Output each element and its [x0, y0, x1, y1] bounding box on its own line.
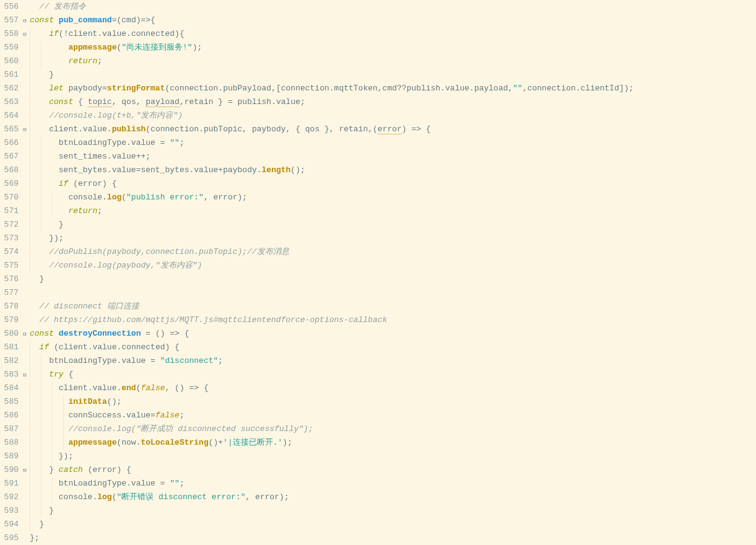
- code-line[interactable]: }: [30, 218, 756, 232]
- code-line[interactable]: [30, 286, 756, 300]
- indent-guide: [30, 463, 30, 477]
- fold-toggle-icon[interactable]: ⊟: [22, 328, 28, 341]
- code-line[interactable]: btnLoadingType.value = "";: [30, 136, 756, 150]
- token-call: appmessage: [68, 438, 116, 447]
- token-prop: value: [102, 29, 126, 38]
- line-number: 566: [0, 136, 19, 150]
- fold-toggle-icon[interactable]: ⊟: [22, 368, 28, 382]
- fold-toggle-icon[interactable]: ⊟: [22, 464, 28, 477]
- code-line[interactable]: //console.log("断开成功 disconnected success…: [30, 422, 756, 436]
- token-var: btnLoadingType: [49, 356, 116, 365]
- token-plain: [30, 97, 49, 107]
- token-string: "": [513, 84, 523, 93]
- fold-toggle-icon[interactable]: ⊟: [22, 14, 28, 28]
- code-line[interactable]: console.log("publish error:", error);: [30, 191, 756, 204]
- code-line[interactable]: // https://github.com/mqttjs/MQTT.js#mqt…: [30, 313, 756, 327]
- fold-gutter-cell: [21, 232, 28, 245]
- token-var: retain: [339, 124, 368, 134]
- code-line[interactable]: return;: [30, 54, 756, 68]
- line-number: 576: [0, 272, 19, 286]
- code-line[interactable]: if(!client.value.connected){: [30, 27, 756, 41]
- code-line[interactable]: const { topic, qos, payload,retain } = p…: [30, 95, 756, 109]
- fold-gutter-cell: [21, 82, 28, 95]
- code-line[interactable]: const destroyConnection = () => {: [30, 327, 756, 341]
- code-line[interactable]: connSuccess.value=false;: [30, 409, 756, 422]
- code-line[interactable]: try {: [30, 368, 756, 381]
- fold-gutter-cell: [21, 218, 28, 232]
- code-line[interactable]: client.value.publish(connection.pubTopic…: [30, 123, 756, 136]
- token-var: retain: [185, 97, 214, 107]
- code-line[interactable]: });: [30, 450, 756, 463]
- code-line[interactable]: } catch (error) {: [30, 463, 756, 477]
- code-line[interactable]: appmessage("尚未连接到服务!");: [30, 41, 756, 54]
- code-line[interactable]: client.value.end(false, () => {: [30, 381, 756, 395]
- code-line[interactable]: sent_bytes.value=sent_bytes.value+paybod…: [30, 164, 756, 177]
- token-var: client: [49, 124, 78, 134]
- token-prop: value: [126, 411, 150, 420]
- token-warn: error: [378, 124, 402, 134]
- token-var: connection: [170, 84, 218, 93]
- code-editor[interactable]: 5565575585595605615625635645655665675685…: [0, 0, 756, 545]
- token-var: client: [59, 342, 88, 352]
- token-punct: ): [136, 15, 141, 25]
- line-number: 577: [0, 286, 19, 300]
- code-line[interactable]: }: [30, 518, 756, 531]
- code-line[interactable]: btnLoadingType.value = "disconnect";: [30, 354, 756, 368]
- indent-guide: [52, 422, 53, 436]
- token-plain: [30, 247, 49, 256]
- token-punct: ();: [107, 397, 121, 406]
- code-line[interactable]: //console.log(paybody,"发布内容"): [30, 259, 756, 272]
- token-punct: ;: [218, 356, 223, 365]
- code-line[interactable]: }: [30, 272, 756, 286]
- token-punct: });: [59, 451, 73, 461]
- token-comment: //console.log(t+b,"发布内容"): [49, 111, 183, 120]
- indent-guide: [63, 395, 64, 409]
- token-plain: [30, 70, 49, 79]
- token-plain: [30, 356, 49, 365]
- code-line[interactable]: //doPublish(paybody,connection.pubTopic)…: [30, 245, 756, 259]
- code-line[interactable]: // disconnect 端口连接: [30, 300, 756, 313]
- token-punct: .: [199, 124, 204, 134]
- fold-toggle-icon[interactable]: ⊟: [22, 123, 28, 137]
- fold-gutter-cell: [21, 245, 28, 259]
- code-line[interactable]: //console.log(t+b,"发布内容"): [30, 109, 756, 123]
- token-comment: //console.log(paybody,"发布内容"): [49, 261, 202, 270]
- token-var: paybody: [223, 165, 257, 175]
- code-line[interactable]: if (error) {: [30, 177, 756, 191]
- line-number: 579: [0, 313, 19, 327]
- token-punct: });: [49, 233, 63, 243]
- indent-guide: [30, 109, 30, 123]
- token-var: btnLoadingType: [59, 138, 126, 147]
- token-punct: ){: [175, 29, 185, 38]
- code-line[interactable]: });: [30, 232, 756, 245]
- token-plain: [30, 465, 49, 474]
- code-line[interactable]: }: [30, 504, 756, 518]
- token-punct: .: [440, 84, 445, 93]
- code-area[interactable]: // 发布指令const pub_command=(cmd)=>{ if(!cl…: [28, 0, 756, 545]
- code-line[interactable]: const pub_command=(cmd)=>{: [30, 14, 756, 27]
- line-number: 583: [0, 368, 19, 381]
- indent-guide: [30, 123, 30, 136]
- code-line[interactable]: appmessage(now.toLocaleString()+'|连接已断开.…: [30, 436, 756, 450]
- code-line[interactable]: let paybody=stringFormat(connection.pubP…: [30, 82, 756, 95]
- token-punct: }: [49, 506, 54, 515]
- token-plain: [30, 451, 59, 461]
- code-line[interactable]: sent_times.value++;: [30, 150, 756, 164]
- code-line[interactable]: return;: [30, 204, 756, 218]
- code-line[interactable]: btnLoadingType.value = "";: [30, 477, 756, 490]
- indent-guide: [63, 422, 64, 436]
- code-line[interactable]: console.log("断开错误 disconnect error:", er…: [30, 490, 756, 504]
- code-line[interactable]: if (client.value.connected) {: [30, 341, 756, 354]
- fold-toggle-icon[interactable]: ⊟: [22, 28, 28, 41]
- line-number: 586: [0, 409, 19, 422]
- token-plain: [30, 274, 40, 284]
- token-prop: connected: [121, 342, 165, 352]
- token-punct: .: [102, 193, 107, 202]
- code-line[interactable]: };: [30, 531, 756, 545]
- code-line[interactable]: }: [30, 68, 756, 82]
- code-line[interactable]: initData();: [30, 395, 756, 409]
- code-line[interactable]: // 发布指令: [30, 0, 756, 14]
- indent-guide: [30, 218, 30, 232]
- indent-guide: [41, 150, 41, 164]
- token-op: =>: [141, 15, 151, 25]
